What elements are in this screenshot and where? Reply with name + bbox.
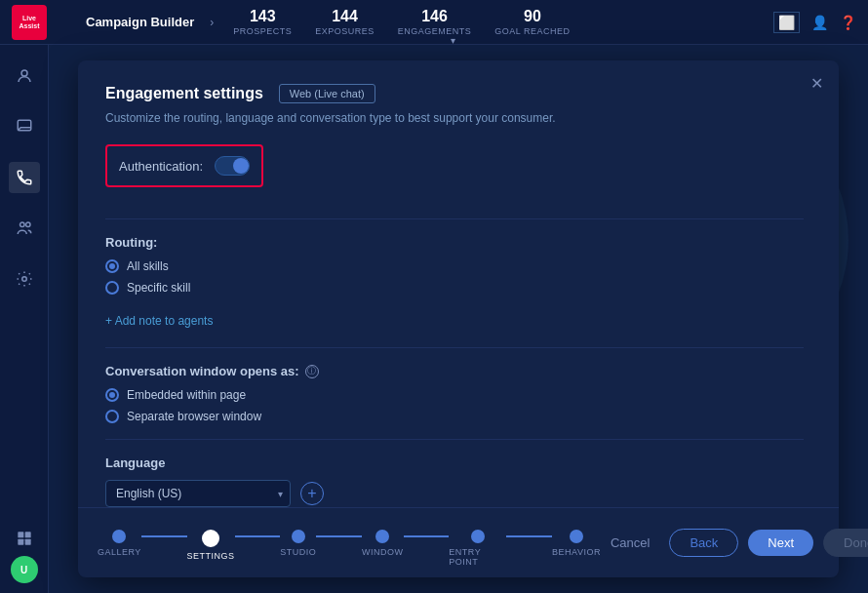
step-connector-1 [141,535,187,537]
step-entry-point[interactable]: ENTRY POINT [449,530,506,567]
svg-rect-5 [18,532,23,537]
footer-actions: Cancel Back Next Done [601,529,868,557]
breadcrumb-arrow: › [210,16,214,29]
next-button[interactable]: Next [748,530,813,556]
conv-separate-label: Separate browser window [127,410,261,423]
sidebar-item-person[interactable] [9,60,40,92]
step-settings[interactable]: SETTINGS [187,530,235,561]
step-dot-entry-point [471,530,485,543]
header-right: ⬜ 👤 ❓ [773,12,856,33]
radio-specific-skill[interactable] [105,281,119,295]
svg-rect-8 [24,539,30,545]
step-connector-5 [506,535,552,537]
add-language-button[interactable]: + [300,482,324,505]
sidebar-item-chat[interactable] [9,111,40,142]
info-icon: ⓘ [305,365,319,378]
divider-2 [105,347,804,348]
sidebar-item-grid[interactable] [9,523,40,554]
step-gallery[interactable]: GALLERY [98,530,141,557]
routing-label: Routing: [105,235,804,250]
step-label-window: WINDOW [362,547,404,557]
goal-dropdown-arrow[interactable]: ▾ [451,35,455,46]
modal-subtitle: Customize the routing, language and conv… [105,111,811,125]
top-header: LiveAssist Campaign Builder › 143 PROSPE… [0,0,868,45]
svg-rect-7 [18,539,23,545]
svg-point-3 [25,222,30,227]
stats-area: 143 PROSPECTS 144 EXPOSURES 146 ENGAGEME… [233,9,570,36]
step-dot-gallery [112,530,126,543]
conv-window-radio-group: Embedded within page Separate browser wi… [105,388,804,423]
conv-option-separate[interactable]: Separate browser window [105,410,804,423]
step-behavior[interactable]: BEHAVIOR [552,530,601,557]
auth-toggle[interactable] [215,156,250,176]
main-content: Engagement settings Web (Live chat) Cust… [49,45,868,593]
conv-embedded-label: Embedded within page [127,388,246,402]
routing-radio-group: All skills Specific skill [105,259,804,295]
language-select[interactable]: English (US) Spanish French German [105,480,291,507]
step-label-entry-point: ENTRY POINT [449,547,506,567]
modal-header: Engagement settings Web (Live chat) [105,84,811,103]
done-button: Done [823,529,868,557]
logo-area: LiveAssist [12,5,70,40]
svg-point-2 [20,222,24,227]
step-dot-behavior [570,530,583,543]
language-section: Language English (US) Spanish French Ger… [105,455,804,507]
routing-option-specific-skill[interactable]: Specific skill [105,281,804,295]
radio-separate[interactable] [105,410,119,423]
step-label-gallery: GALLERY [98,547,141,557]
cancel-button[interactable]: Cancel [601,530,659,556]
steps-navigator: GALLERY SETTINGS STUDIO WINDO [98,520,601,567]
language-select-wrapper[interactable]: English (US) Spanish French German [105,480,291,507]
step-label-studio: STUDIO [280,547,316,557]
stat-prospects: 143 PROSPECTS [233,9,292,36]
stat-exposures: 144 EXPOSURES [315,9,375,36]
svg-point-0 [21,70,27,76]
campaign-builder-title: Campaign Builder [86,15,194,29]
routing-option-all-skills[interactable]: All skills [105,259,804,273]
routing-specific-skill-label: Specific skill [127,281,190,295]
auth-label: Authentication: [119,159,203,174]
modal-body: Authentication: Routing: All skills [105,144,811,515]
add-note-link[interactable]: + Add note to agents [105,314,213,328]
step-label-settings: SETTINGS [187,551,235,561]
modal-channel-badge: Web (Live chat) [279,84,375,103]
help-icon[interactable]: ❓ [840,15,856,30]
step-dot-settings [202,530,219,547]
step-label-behavior: BEHAVIOR [552,547,601,557]
conv-window-label: Conversation window opens as: [105,364,299,378]
step-dot-studio [292,530,305,543]
language-row: English (US) Spanish French German + [105,480,804,507]
conv-window-header: Conversation window opens as: ⓘ [105,364,804,378]
engagement-settings-modal: Engagement settings Web (Live chat) Cust… [78,60,839,577]
svg-point-4 [21,277,26,282]
back-button[interactable]: Back [669,529,738,557]
divider-1 [105,218,804,219]
modal-title: Engagement settings [105,85,263,102]
conv-option-embedded[interactable]: Embedded within page [105,388,804,402]
stat-goal-reached: 90 GOAL REACHED [494,9,570,36]
step-studio[interactable]: STUDIO [280,530,316,557]
divider-3 [105,439,804,440]
step-connector-3 [316,535,362,537]
step-dot-window [375,530,389,543]
profile-header-icon[interactable]: 👤 [811,15,828,30]
step-window[interactable]: WINDOW [362,530,404,557]
routing-all-skills-label: All skills [127,259,169,273]
stat-engagements: 146 ENGAGEMENTS [398,9,472,36]
language-label: Language [105,455,804,470]
authentication-section: Authentication: [105,144,263,187]
window-icon[interactable]: ⬜ [773,12,800,33]
radio-embedded[interactable] [105,388,119,402]
sidebar-item-settings[interactable] [9,263,40,295]
sidebar-item-phone[interactable] [9,162,40,193]
radio-all-skills[interactable] [105,259,119,273]
step-connector-2 [235,535,281,537]
step-connector-4 [404,535,450,537]
modal-close-button[interactable]: ✕ [810,74,823,93]
user-avatar[interactable]: U [11,556,38,583]
logo-icon: LiveAssist [12,5,47,40]
modal-footer: GALLERY SETTINGS STUDIO WINDO [78,507,839,577]
sidebar-item-users[interactable] [9,213,40,244]
sidebar: U [0,45,49,593]
svg-rect-6 [24,532,30,537]
